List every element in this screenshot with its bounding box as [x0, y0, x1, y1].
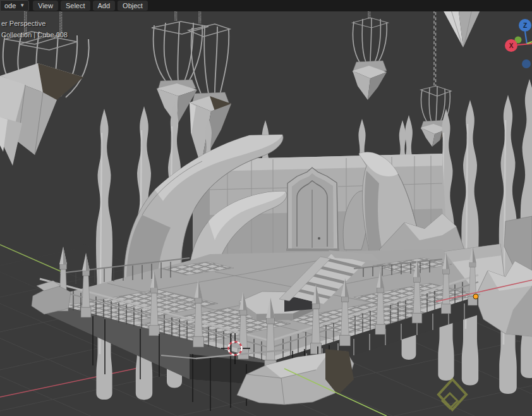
object-origin-dot: [473, 294, 478, 299]
menu-object[interactable]: Object: [118, 1, 148, 11]
viewport-header: ode ▼ View Select Add Object: [0, 0, 532, 11]
menu-select[interactable]: Select: [61, 1, 90, 11]
mode-dropdown-label: ode: [4, 1, 16, 11]
mode-dropdown[interactable]: ode ▼: [0, 0, 29, 11]
menu-view[interactable]: View: [33, 1, 58, 11]
chevron-down-icon: ▼: [20, 1, 25, 11]
blender-3d-viewport[interactable]: Z X ode ▼ View Select Add Object er Pers…: [0, 0, 532, 416]
gizmo-z-label: Z: [523, 22, 527, 29]
active-collection-label: Collection | Cube.008: [1, 31, 68, 39]
door: [286, 168, 339, 251]
menu-add[interactable]: Add: [93, 1, 116, 11]
view-perspective-label: er Perspective: [1, 20, 45, 27]
gizmo-z-negative-ball[interactable]: [522, 59, 531, 68]
gizmo-x-label: X: [509, 42, 514, 49]
viewport-canvas[interactable]: Z X: [0, 0, 532, 416]
